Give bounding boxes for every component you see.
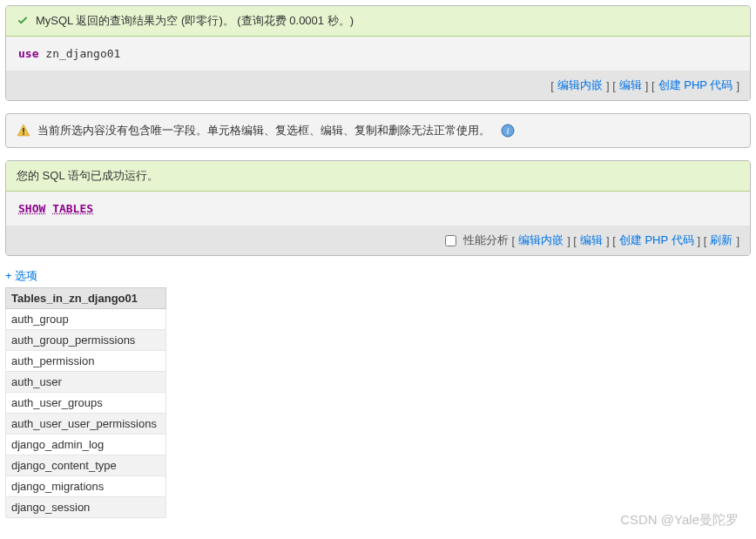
edit-inline-link[interactable]: 编辑内嵌 — [557, 77, 603, 93]
watermark-text: CSDN @Yale曼陀罗 — [620, 512, 739, 523]
options-toggle-link[interactable]: + 选项 — [5, 269, 37, 282]
svg-rect-0 — [23, 128, 24, 132]
refresh-link[interactable]: 刷新 — [710, 232, 732, 248]
table-row[interactable]: django_content_type — [6, 455, 166, 476]
action-bar-2: 性能分析 [ 编辑内嵌 ] [ 编辑 ] [ 创建 PHP 代码 ] [ 刷新 … — [6, 226, 750, 255]
success-message-bar: MySQL 返回的查询结果为空 (即零行)。 (查询花费 0.0001 秒。) — [6, 6, 750, 37]
bracket: ] [ — [567, 234, 577, 247]
warning-icon — [17, 124, 30, 138]
bracket: ] [ — [606, 79, 616, 92]
table-header[interactable]: Tables_in_zn_django01 — [6, 288, 166, 309]
sql-keyword: use — [18, 47, 38, 60]
bracket: ] [ — [698, 234, 707, 247]
help-icon[interactable]: i — [501, 124, 515, 138]
table-row[interactable]: django_session — [6, 497, 166, 518]
sql-keyword-tables[interactable]: TABLES — [52, 202, 93, 215]
bracket: ] [ — [606, 234, 616, 247]
svg-rect-1 — [23, 133, 24, 135]
check-icon — [17, 15, 29, 27]
profiling-label: 性能分析 — [463, 232, 509, 248]
profiling-checkbox[interactable] — [445, 235, 456, 246]
table-row[interactable]: auth_user — [6, 372, 166, 393]
table-row[interactable]: auth_group — [6, 309, 166, 330]
bracket: ] — [736, 234, 739, 247]
success-text-2: 您的 SQL 语句已成功运行。 — [17, 168, 159, 184]
bracket: ] — [736, 79, 739, 92]
table-row[interactable]: django_admin_log — [6, 435, 166, 455]
bracket: ] [ — [645, 79, 655, 92]
success-message-bar-2: 您的 SQL 语句已成功运行。 — [6, 161, 750, 192]
table-row[interactable]: django_migrations — [6, 476, 166, 497]
create-php-link-2[interactable]: 创建 PHP 代码 — [619, 232, 694, 248]
table-row[interactable]: auth_group_permissions — [6, 330, 166, 351]
table-row[interactable]: auth_permission — [6, 351, 166, 372]
warning-panel: 当前所选内容没有包含唯一字段。单元格编辑、复选框、编辑、复制和删除无法正常使用。… — [5, 113, 751, 148]
bracket: [ — [512, 234, 516, 247]
table-body: auth_group auth_group_permissions auth_p… — [6, 309, 166, 518]
edit-link[interactable]: 编辑 — [619, 77, 642, 93]
edit-link-2[interactable]: 编辑 — [580, 232, 603, 248]
sql-query-block-2: SHOW TABLES — [6, 192, 750, 226]
create-php-link[interactable]: 创建 PHP 代码 — [658, 77, 733, 93]
table-row[interactable]: auth_user_groups — [6, 393, 166, 414]
sql-rest: zn_django01 — [38, 47, 120, 60]
tables-result-table: Tables_in_zn_django01 auth_group auth_gr… — [5, 287, 166, 518]
svg-text:i: i — [506, 125, 509, 136]
edit-inline-link-2[interactable]: 编辑内嵌 — [518, 232, 564, 248]
warning-text: 当前所选内容没有包含唯一字段。单元格编辑、复选框、编辑、复制和删除无法正常使用。 — [37, 123, 490, 138]
table-row[interactable]: auth_user_user_permissions — [6, 414, 166, 435]
sql-keyword-show[interactable]: SHOW — [18, 202, 45, 215]
sql-query-block: use zn_django01 — [6, 37, 750, 71]
result-panel-1: MySQL 返回的查询结果为空 (即零行)。 (查询花费 0.0001 秒。) … — [5, 5, 751, 101]
action-bar-1: [ 编辑内嵌 ] [ 编辑 ] [ 创建 PHP 代码 ] — [6, 71, 750, 100]
bracket: [ — [550, 79, 554, 92]
success-text: MySQL 返回的查询结果为空 (即零行)。 (查询花费 0.0001 秒。) — [36, 13, 354, 29]
result-panel-2: 您的 SQL 语句已成功运行。 SHOW TABLES 性能分析 [ 编辑内嵌 … — [5, 160, 751, 256]
